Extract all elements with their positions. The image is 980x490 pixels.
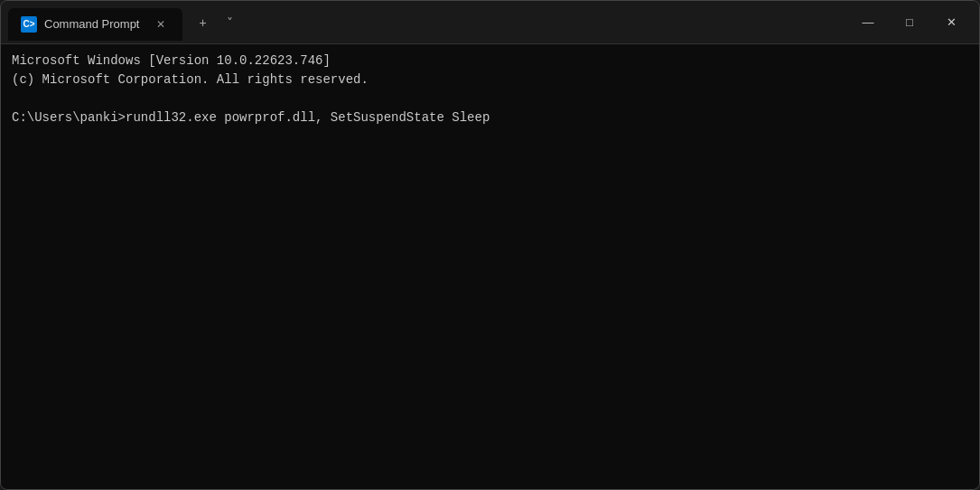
terminal-blank-line [12, 90, 968, 108]
tab-title: Command Prompt [44, 17, 139, 31]
minimize-button[interactable]: — [847, 8, 889, 37]
close-tab-button[interactable]: ✕ [152, 15, 170, 33]
terminal-line-1: Microsoft Windows [Version 10.0.22623.74… [12, 52, 968, 71]
terminal-body[interactable]: Microsoft Windows [Version 10.0.22623.74… [1, 44, 979, 489]
dropdown-button[interactable]: ˅ [217, 10, 242, 35]
terminal-line-4: C:\Users\panki>rundll32.exe powrprof.dll… [12, 108, 968, 127]
command-prompt-window: C> Command Prompt ✕ + ˅ — □ [0, 0, 980, 490]
close-window-button[interactable]: ✕ [930, 8, 972, 37]
title-bar: C> Command Prompt ✕ + ˅ — □ [1, 1, 979, 44]
title-bar-left: C> Command Prompt ✕ + ˅ [8, 5, 242, 41]
tab-controls: + ˅ [186, 10, 242, 35]
cmd-icon: C> [21, 16, 37, 33]
maximize-button[interactable]: □ [889, 8, 930, 37]
terminal-line-2: (c) Microsoft Corporation. All rights re… [12, 71, 968, 90]
new-tab-button[interactable]: + [190, 10, 215, 35]
active-tab[interactable]: C> Command Prompt ✕ [8, 8, 182, 41]
title-bar-right: — □ ✕ [847, 8, 972, 37]
